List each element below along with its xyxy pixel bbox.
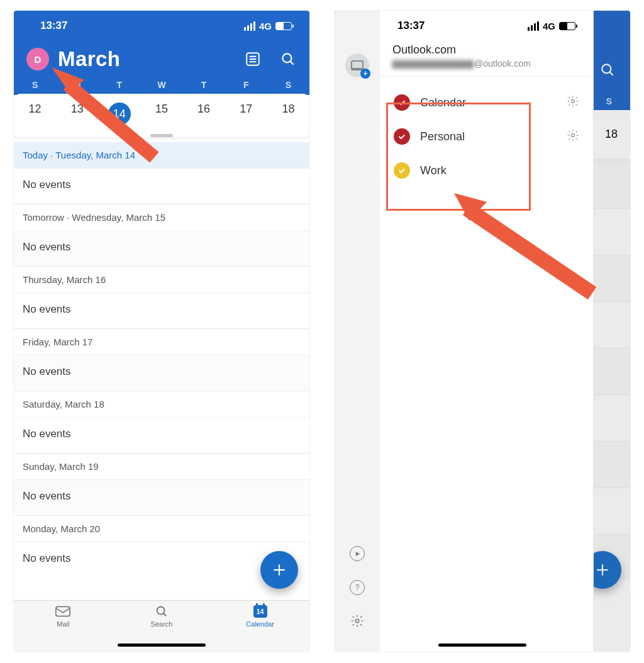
home-indicator[interactable] (438, 644, 526, 647)
weekday-label: W (140, 80, 182, 90)
agenda-no-events: No events (14, 230, 309, 266)
weekday-label: S (267, 80, 309, 90)
agenda-day-header: Sunday, March 19 (14, 453, 309, 479)
date-cell[interactable]: 17 (225, 103, 267, 125)
signal-bars-icon (528, 21, 539, 31)
svg-rect-8 (56, 607, 70, 616)
svg-line-5 (290, 61, 293, 64)
agenda-no-events: No events (14, 168, 309, 204)
play-icon[interactable] (350, 546, 365, 561)
svg-point-18 (355, 619, 359, 623)
agenda-day-header: Tomorrow · Wednesday, March 15 (14, 204, 309, 230)
tab-mail[interactable]: Mail (14, 604, 113, 652)
status-time: 13:37 (40, 20, 67, 32)
new-event-button[interactable] (260, 551, 298, 589)
agenda-view-icon[interactable] (244, 50, 262, 68)
account-title: Outlook.com (392, 43, 580, 57)
month-title[interactable]: March (58, 47, 235, 71)
weekday-label: F (225, 80, 267, 90)
account-email: @outlook.com (392, 58, 580, 69)
date-cell[interactable]: 18 (267, 103, 309, 125)
account-header[interactable]: Outlook.com @outlook.com (380, 41, 593, 77)
status-right: 4G (244, 21, 292, 31)
calendar-drawer: 13:37 4G Outlook.com @outlook.com Calend… (380, 11, 594, 652)
status-right: 4G (528, 21, 575, 31)
date-cell[interactable]: 15 (140, 103, 182, 125)
date-cell[interactable]: 16 (183, 103, 225, 125)
date-cell-selected[interactable]: 14 (98, 103, 140, 125)
gear-icon[interactable] (567, 129, 579, 144)
profile-avatar[interactable]: D (26, 48, 49, 70)
home-indicator[interactable] (118, 644, 206, 647)
agenda-day-header: Thursday, March 16 (14, 266, 309, 292)
date-cell[interactable]: 13 (56, 103, 98, 125)
calendar-header: D March S M T W T F S (14, 41, 309, 95)
agenda-no-events: No events (14, 292, 309, 328)
drag-handle-icon[interactable] (150, 134, 173, 137)
svg-point-4 (282, 53, 291, 62)
avatar-letter: D (35, 54, 42, 65)
redacted-text (392, 60, 474, 69)
status-time: 13:37 (397, 20, 425, 32)
svg-point-19 (572, 100, 575, 103)
agenda-no-events: No events (14, 479, 309, 515)
weekday-label: T (98, 80, 140, 90)
agenda-day-header: Saturday, March 18 (14, 391, 309, 417)
calendar-icon (351, 60, 364, 70)
account-switcher-button[interactable]: + (345, 53, 369, 77)
search-icon (153, 604, 170, 618)
agenda-no-events: No events (14, 355, 309, 391)
agenda-no-events: No events (14, 417, 309, 453)
svg-line-10 (164, 613, 166, 616)
add-account-badge-icon: + (360, 69, 370, 79)
status-bar: 13:37 4G (380, 11, 593, 41)
help-icon[interactable]: ? (350, 580, 365, 595)
tab-calendar[interactable]: 14 Calendar (211, 604, 309, 652)
svg-point-9 (157, 607, 165, 615)
search-icon[interactable] (279, 50, 297, 68)
week-dates-card: 12 13 14 15 16 17 18 (14, 94, 309, 137)
weekday-label: S (14, 80, 56, 90)
tab-label: Search (151, 620, 173, 628)
agenda-day-header: Friday, March 17 (14, 328, 309, 355)
svg-point-20 (572, 134, 575, 137)
battery-icon (559, 22, 575, 30)
weekday-row: S M T W T F S (14, 76, 309, 95)
status-bar: 13:37 4G (14, 11, 309, 41)
signal-bars-icon (244, 21, 255, 31)
battery-icon (275, 22, 292, 30)
network-label: 4G (259, 21, 272, 31)
annotation-highlight-box (386, 103, 531, 211)
agenda-list[interactable]: Today · Tuesday, March 14 No events Tomo… (14, 142, 309, 577)
phone-calendar-main: 13:37 4G D March S M T W T F (14, 11, 309, 652)
phone-calendar-sidebar: S 18 + ? 13:37 (335, 11, 630, 652)
svg-marker-17 (355, 551, 359, 555)
tab-label: Calendar (246, 620, 274, 628)
agenda-day-header: Today · Tuesday, March 14 (14, 142, 309, 168)
tab-label: Mail (57, 620, 69, 628)
account-rail: + ? (335, 11, 380, 652)
date-cell[interactable]: 12 (14, 103, 56, 125)
mail-icon (55, 604, 71, 618)
week-dates-row: 12 13 14 15 16 17 18 (14, 94, 309, 131)
agenda-day-header: Monday, March 20 (14, 515, 309, 542)
weekday-label: M (56, 80, 98, 90)
calendar-icon: 14 (252, 604, 269, 618)
weekday-label: T (183, 80, 225, 90)
gear-icon[interactable] (567, 95, 579, 110)
network-label: 4G (543, 21, 555, 31)
settings-icon[interactable] (350, 614, 364, 630)
